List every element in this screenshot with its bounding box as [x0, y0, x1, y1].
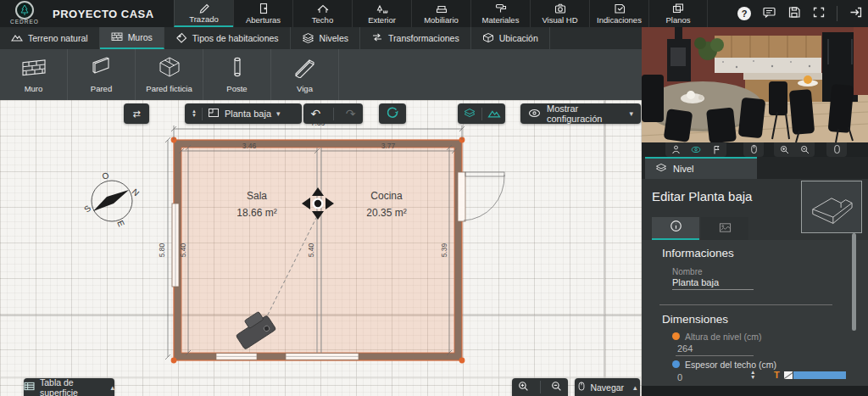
- navigate-button[interactable]: Navegar ▴: [575, 378, 640, 396]
- tool-viga[interactable]: Viga: [271, 49, 339, 100]
- tool-muro[interactable]: Muro: [0, 49, 68, 100]
- terrain-view-toggle[interactable]: [487, 108, 501, 120]
- cedreo-tree-icon: [15, 1, 34, 20]
- svg-text:5.40: 5.40: [179, 243, 187, 257]
- fullscreen-button[interactable]: [812, 6, 826, 22]
- redo-button[interactable]: ↷: [338, 107, 363, 120]
- cube-icon: [482, 32, 494, 45]
- door-icon: [257, 3, 270, 14]
- cedreo-logo[interactable]: CEDREO: [5, 1, 44, 25]
- tool-pared-ficticia[interactable]: Pared ficticia: [136, 49, 203, 100]
- tab-mobiliario[interactable]: Mobiliario: [411, 0, 470, 27]
- floorplan-drawing: O N S E: [0, 100, 642, 396]
- subtab-apariencia[interactable]: [701, 217, 748, 240]
- ceiling-thickness-input[interactable]: 0: [677, 372, 682, 382]
- transform-arrows-icon: [371, 32, 383, 44]
- zoom-buttons-group: [512, 378, 568, 396]
- room-area-sala: 18.66 m²: [236, 207, 276, 219]
- floor-selector-value: Planta baja: [225, 109, 271, 119]
- layers-icon: [302, 32, 314, 45]
- name-label: Nombre: [672, 267, 703, 276]
- height-bullet: [672, 332, 680, 340]
- panel-subtabs: [642, 217, 868, 240]
- 3d-preview-viewport[interactable]: [642, 27, 868, 142]
- post-icon: [224, 56, 251, 80]
- info-icon: [670, 220, 682, 236]
- walkthrough-person-button[interactable]: [666, 142, 685, 158]
- texture-swatch[interactable]: [784, 371, 793, 379]
- name-input[interactable]: Planta baja: [672, 277, 719, 287]
- tab-exterior[interactable]: Exterior: [352, 0, 411, 27]
- ribbon-niveles[interactable]: Niveles: [291, 27, 360, 49]
- zoom-out-button[interactable]: [545, 381, 568, 393]
- preview-zoom-out-button[interactable]: [795, 142, 814, 158]
- paint-mode-button[interactable]: [379, 103, 406, 124]
- floor-stepper[interactable]: ▲▼: [192, 109, 197, 118]
- corner-handle[interactable]: [171, 358, 177, 364]
- save-button[interactable]: [787, 6, 801, 22]
- tree-fence-icon: [376, 3, 389, 14]
- ribbon-transformaciones[interactable]: Transformaciones: [360, 27, 471, 49]
- eye-view-button[interactable]: [687, 142, 705, 158]
- level-height-label: Altura de nivel (cm): [685, 332, 761, 342]
- subtab-informacion[interactable]: [652, 217, 699, 240]
- undo-button[interactable]: ↶: [303, 107, 328, 120]
- ceiling-slider[interactable]: [793, 371, 846, 379]
- panel-scrollbar[interactable]: [852, 233, 856, 331]
- window-bottom-right[interactable]: [286, 354, 359, 360]
- floor-selector[interactable]: ▲▼ Planta baja ▾: [185, 103, 302, 124]
- ceiling-bullet: [672, 360, 680, 368]
- roof-icon: [316, 3, 330, 14]
- layers-icon: [655, 163, 667, 175]
- exit-button[interactable]: [849, 6, 863, 22]
- ribbon-muros[interactable]: Muros: [100, 27, 164, 49]
- help-button[interactable]: ?: [737, 7, 751, 20]
- tab-visual-hd[interactable]: Visual HD: [530, 0, 589, 27]
- panel-body: Editar Planta baja Informaciones Nombre …: [642, 179, 868, 386]
- ribbon-terreno-natural[interactable]: Terreno natural: [0, 27, 100, 49]
- tab-aberturas[interactable]: Aberturas: [233, 0, 292, 27]
- feedback-button[interactable]: [762, 6, 776, 22]
- ribbon-ubicacion[interactable]: Ubicación: [471, 27, 550, 49]
- mountain-icon: [11, 32, 23, 44]
- tab-indicaciones[interactable]: Indicaciones: [589, 0, 648, 27]
- ceiling-stepper[interactable]: ▲▼: [750, 370, 755, 380]
- tool-pared[interactable]: Pared: [68, 49, 136, 100]
- floorplan-canvas[interactable]: O N S E: [0, 100, 642, 396]
- floorplan-icon: [208, 108, 220, 120]
- svg-text:5.80: 5.80: [158, 243, 166, 257]
- tab-nivel[interactable]: Nivel: [645, 157, 757, 179]
- surface-table-button[interactable]: Tabla de superficie ▴: [24, 378, 114, 396]
- app-window: CEDREO PROYECTO CASA Trazado Aberturas T…: [0, 0, 868, 396]
- panel-title: Editar Planta baja: [652, 189, 752, 204]
- tool-poste[interactable]: Poste: [203, 49, 271, 100]
- undo-redo-group: ↶ ↷: [303, 103, 363, 124]
- swap-view-button[interactable]: ⇄: [124, 103, 149, 124]
- level-height-input[interactable]: 264: [677, 343, 693, 354]
- svg-text:3.77: 3.77: [381, 142, 396, 150]
- tab-planos[interactable]: Planos: [648, 0, 708, 27]
- svg-text:S: S: [82, 204, 93, 215]
- flag-button[interactable]: [707, 142, 726, 158]
- show-config-dropdown[interactable]: Mostrar configuración ▾: [520, 103, 641, 124]
- right-panel: Nivel Editar Planta baja Informaciones: [642, 27, 868, 396]
- paint-roller-icon: [494, 3, 508, 14]
- preview-zoom-in-button[interactable]: [775, 142, 793, 158]
- corner-handle[interactable]: [459, 358, 465, 364]
- tab-materiales[interactable]: Materiales: [470, 0, 530, 27]
- zoom-in-button[interactable]: [512, 381, 535, 393]
- window-bottom-left[interactable]: [216, 354, 257, 360]
- room-name-cocina: Cocina: [370, 190, 403, 202]
- tab-trazado[interactable]: Trazado: [174, 0, 233, 27]
- mouse-settings-button[interactable]: [827, 142, 846, 158]
- levels-view-toggle[interactable]: [463, 108, 476, 120]
- door-right[interactable]: [458, 172, 504, 221]
- tag-icon: [175, 32, 187, 45]
- window-left[interactable]: [172, 204, 179, 287]
- ribbon-tipos-de-habitaciones[interactable]: Tipos de habitaciones: [164, 27, 291, 49]
- compass: O N S E: [82, 170, 141, 228]
- picture-icon: [719, 221, 732, 237]
- room-name-sala: Sala: [247, 190, 267, 202]
- mouse-pan-button[interactable]: [744, 142, 763, 158]
- tab-techo[interactable]: Techo: [292, 0, 352, 27]
